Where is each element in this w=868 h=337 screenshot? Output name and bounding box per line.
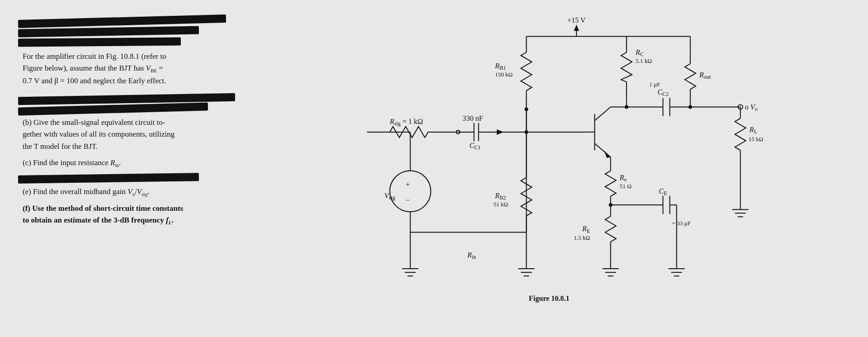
vsig-plus: + <box>406 180 410 188</box>
ce-label: CE <box>659 187 667 196</box>
ce-val: = 33 μF <box>672 220 691 227</box>
circuit-container: .cline { stroke: #111; stroke-width: 2; … <box>280 9 859 328</box>
vo-label: o Vo <box>745 103 758 112</box>
re2-val: 1.5 kΩ <box>574 234 590 241</box>
rc-val: 5.1 kΩ <box>636 57 652 64</box>
svg-point-64 <box>390 171 431 212</box>
rb1-label: RB1 <box>495 62 506 71</box>
svg-line-22 <box>594 107 610 121</box>
vsig-minus: − <box>406 196 410 204</box>
figure-label: Figure 10.8.1 <box>529 294 570 303</box>
re-label: Re <box>619 174 627 183</box>
rsig-label: Rsig = 1 kΩ <box>389 118 423 127</box>
rb2-label: RB2 <box>495 192 506 201</box>
rb1-val: 150 kΩ <box>495 71 513 78</box>
svg-marker-26 <box>604 150 611 158</box>
circuit-svg: .cline { stroke: #111; stroke-width: 2; … <box>280 9 859 328</box>
redacted-top <box>18 17 253 46</box>
cc2-label: CC2 <box>657 88 669 97</box>
cc1-label: CC1 <box>469 142 481 151</box>
text-panel: For the amplifier circuit in Fig. 10.8.1… <box>0 0 271 337</box>
part-c: (c) Find the input resistance Rin. <box>18 157 253 169</box>
rl-val: 15 kΩ <box>749 136 764 142</box>
re2-label: RE <box>582 225 590 234</box>
redacted-mid1 <box>18 95 253 113</box>
rb2-val: 51 kΩ <box>493 201 508 208</box>
part-f: (f) Use the method of short-circuit time… <box>18 203 253 227</box>
cc2-val: 1 μF <box>649 81 660 88</box>
part-e: (e) Find the overall midband gain Vo/Vsi… <box>18 186 253 198</box>
svg-marker-1 <box>574 25 579 31</box>
circuit-panel: .cline { stroke: #111; stroke-width: 2; … <box>271 0 868 337</box>
rout-label: Rout <box>699 71 711 80</box>
rl-label: RL <box>749 126 757 135</box>
cc1-val: 330 nF <box>462 114 483 122</box>
page: For the amplifier circuit in Fig. 10.8.1… <box>0 0 868 337</box>
redacted-mid2 <box>18 174 253 182</box>
rin-label: Rin <box>467 251 476 260</box>
rc-label: RC <box>635 48 644 57</box>
vcc-label: +15 V <box>567 16 586 24</box>
part-b: (b) Give the small-signal equivalent cir… <box>18 117 253 152</box>
re-val: 51 Ω <box>620 183 632 190</box>
problem-intro: For the amplifier circuit in Fig. 10.8.1… <box>18 51 253 87</box>
